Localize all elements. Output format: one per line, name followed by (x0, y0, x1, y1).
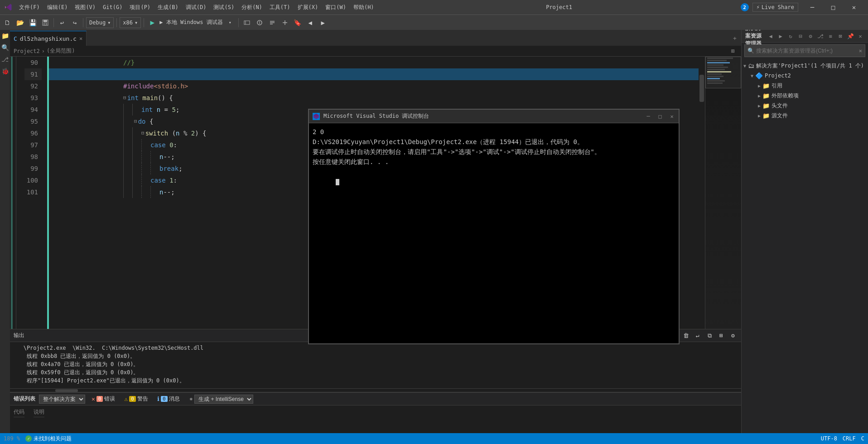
toolbar-bookmark[interactable]: 🔖 (292, 17, 303, 28)
console-close-btn[interactable]: ✕ (669, 113, 675, 120)
se-settings-btn[interactable]: ⚙ (806, 32, 815, 40)
toolbar-redo[interactable]: ↪ (69, 17, 80, 28)
status-language[interactable]: C (861, 435, 864, 442)
se-source-control-btn[interactable]: ⎇ (816, 32, 825, 40)
error-count-badge[interactable]: ✕ 0 错误 (89, 395, 118, 403)
toolbar-new[interactable]: 🗋 (2, 17, 13, 28)
se-item-solution[interactable]: ▼ 🗂 解决方案'Project1'(1 个项目/共 1 个) (742, 61, 868, 71)
toolbar-extra-3[interactable] (267, 17, 278, 28)
menu-extensions[interactable]: 扩展(X) (294, 2, 322, 13)
breadcrumb-split-button[interactable]: ⊞ (728, 47, 738, 56)
console-line-2: D:\VS2019Cyuyan\Project1\Debug\Project2.… (313, 137, 675, 147)
status-encoding[interactable]: UTF-8 (821, 435, 837, 442)
tab-close-button[interactable]: ✕ (79, 35, 82, 42)
output-copy-btn[interactable]: ⧉ (705, 331, 714, 340)
console-minimize-btn[interactable]: ─ (645, 113, 651, 120)
menu-window[interactable]: 窗口(W) (322, 2, 350, 13)
activity-search[interactable]: 🔍 (1, 43, 9, 52)
activity-git[interactable]: ⎇ (1, 55, 9, 63)
se-search-input[interactable] (756, 48, 857, 54)
toolbar-nav-next[interactable]: ▶ (318, 17, 328, 28)
se-item-project[interactable]: ▼ 🔷 Project2 (742, 71, 868, 81)
live-share-button[interactable]: ⚡ Live Share (752, 3, 798, 12)
code-line-91 (49, 68, 699, 80)
info-icon: ℹ (157, 396, 159, 402)
se-collapse-btn[interactable]: ⊟ (796, 32, 805, 40)
vertical-scrollbar[interactable] (699, 57, 705, 329)
close-button[interactable]: ✕ (844, 0, 864, 14)
maximize-button[interactable]: □ (823, 0, 844, 14)
toolbar-open[interactable]: 📂 (14, 17, 25, 28)
left-scroll-area (10, 57, 16, 329)
output-wrap-btn[interactable]: ↵ (693, 331, 702, 340)
minimize-button[interactable]: ─ (802, 0, 823, 14)
se-filter-btn[interactable]: ≡ (826, 32, 834, 40)
toolbar-undo[interactable]: ↩ (57, 17, 68, 28)
tab-active[interactable]: C dl5zhangshixun.c ✕ (10, 31, 87, 46)
toolbar-extra-1[interactable] (241, 17, 252, 28)
status-line-ending[interactable]: CRLF (843, 435, 856, 442)
toolbar-extra-4[interactable] (280, 17, 290, 28)
svg-point-8 (259, 23, 260, 24)
menu-build[interactable]: 生成(B) (154, 2, 182, 13)
se-search-btn[interactable]: ⊠ (836, 32, 844, 40)
menu-edit[interactable]: 编辑(E) (43, 2, 72, 13)
toolbar-sep-2 (83, 18, 83, 27)
output-hscroll[interactable] (10, 388, 741, 392)
run-dropdown[interactable]: ▾ (225, 17, 236, 28)
se-search-clear[interactable]: ✕ (859, 48, 862, 54)
menu-test[interactable]: 测试(S) (210, 2, 238, 13)
message-count-badge[interactable]: ℹ 0 消息 (154, 395, 183, 403)
toolbar-save-all[interactable] (40, 17, 51, 28)
menu-analyze[interactable]: 分析(N) (238, 2, 266, 13)
toolbar-nav-prev[interactable]: ◀ (305, 17, 316, 28)
activity-debug[interactable]: 🐞 (1, 67, 9, 75)
collapse-93[interactable]: ⊟ (123, 92, 126, 104)
se-close-btn[interactable]: ✕ (856, 32, 864, 40)
tab-file-icon: C (14, 35, 17, 42)
se-pin-btn[interactable]: 📌 (846, 32, 854, 40)
menu-project[interactable]: 项目(P) (126, 2, 154, 13)
output-content[interactable]: \Project2.exe \Win32. C:\Windows\System3… (10, 342, 741, 388)
menu-view[interactable]: 视图(V) (71, 2, 99, 13)
output-settings-btn[interactable]: ⚙ (728, 331, 738, 340)
build-filter-select[interactable]: 生成 + IntelliSense (194, 395, 253, 404)
new-tab-button[interactable]: + (728, 31, 741, 46)
se-refresh-btn[interactable]: ↻ (786, 32, 795, 40)
se-item-refs[interactable]: ▶ 📁 引用 (742, 81, 868, 91)
toolbar-extra-2[interactable] (254, 17, 265, 28)
line-num-97: 97 (24, 139, 42, 151)
message-label: 消息 (169, 395, 180, 403)
se-item-external[interactable]: ▶ 📁 外部依赖项 (742, 91, 868, 101)
console-line-5 (313, 167, 675, 197)
warning-count-badge[interactable]: ⚠ 0 警告 (121, 395, 150, 403)
title-bar: 文件(F) 编辑(E) 视图(V) Git(G) 项目(P) 生成(B) 调试(… (0, 0, 868, 14)
notification-badge[interactable]: 2 (741, 3, 749, 11)
se-back-btn[interactable]: ◀ (767, 32, 775, 40)
platform-dropdown[interactable]: x86 ▾ (120, 17, 141, 28)
menu-debug[interactable]: 调试(D) (182, 2, 210, 13)
output-clear-btn[interactable]: 🗑 (681, 331, 690, 340)
se-forward-btn[interactable]: ▶ (776, 32, 785, 40)
se-header-icons: ◀ ▶ ↻ ⊟ ⚙ ⎇ ≡ ⊠ 📌 ✕ (767, 32, 864, 40)
title-bar-left: 文件(F) 编辑(E) 视图(V) Git(G) 项目(P) 生成(B) 调试(… (4, 2, 378, 13)
run-button[interactable]: ▶ (147, 17, 158, 28)
activity-explorer[interactable]: 📁 (1, 32, 9, 40)
error-scope-select[interactable]: 整个解决方案 (39, 395, 85, 404)
se-external-icon: 📁 (762, 92, 770, 99)
menu-file[interactable]: 文件(F) (15, 2, 43, 13)
zoom-level[interactable]: 189 % (4, 435, 20, 442)
menu-git[interactable]: Git(G) (99, 2, 126, 12)
se-item-headers[interactable]: ▶ 📁 头文件 (742, 101, 868, 111)
se-item-sources[interactable]: ▶ 📁 源文件 (742, 111, 868, 121)
console-maximize-btn[interactable]: □ (657, 113, 663, 120)
menu-help[interactable]: 帮助(H) (350, 2, 378, 13)
output-filter-btn[interactable]: ⊞ (717, 331, 726, 340)
toolbar-save[interactable]: 💾 (27, 17, 38, 28)
se-solution-icon: 🗂 (748, 62, 754, 69)
debug-config-dropdown[interactable]: Debug ▾ (86, 17, 114, 28)
collapse-95[interactable]: ⊟ (134, 116, 137, 127)
collapse-96[interactable]: ⊟ (141, 127, 145, 139)
menu-tools[interactable]: 工具(T) (266, 2, 294, 13)
message-count: 0 (161, 396, 168, 402)
